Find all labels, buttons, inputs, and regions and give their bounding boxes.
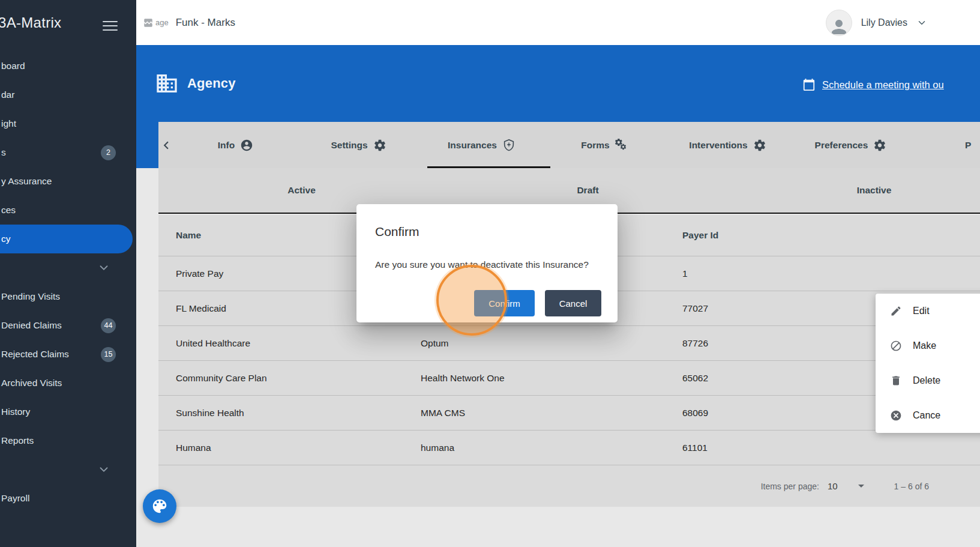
sidebar-item-rejected-claims[interactable]: Rejected Claims 15 [0,340,136,369]
topbar: age Funk - Marks Lily Davies [136,0,980,45]
section-title: Agency [187,76,236,91]
sidebar-section-chevron[interactable] [0,253,136,282]
sidebar-item-reports[interactable]: Reports [0,426,136,455]
menu-item-cance[interactable]: Cance [876,398,980,433]
sidebar-item-y-assurance[interactable]: y Assurance [0,167,136,196]
schedule-meeting-link[interactable]: Schedule a meeting with ou [802,78,944,91]
trash-icon [890,375,902,387]
sidebar-item-archived-visits[interactable]: Archived Visits [0,369,136,397]
shield-icon [502,139,516,152]
logo-alt-text: age [155,18,169,27]
tab-preferences[interactable]: Preferences [789,122,912,168]
sidebar-item-badge: 44 [101,318,116,333]
agency-heading: Agency [155,71,236,95]
page-title: Funk - Marks [176,17,235,29]
cell-payer-id: 1 [682,268,980,279]
menu-item-label: Cance [913,410,940,421]
chevron-down-icon [97,261,110,274]
sidebar-item-payroll[interactable]: Payroll [0,484,136,513]
sidebar-item-label: dar [0,89,14,100]
tab-label: Settings [331,140,367,151]
items-per-page-select[interactable]: 10 [828,481,864,491]
sidebar-item-label: Denied Claims [0,320,62,331]
tab-settings[interactable]: Settings [297,122,420,168]
caret-down-icon [858,485,864,488]
table-row[interactable]: United Healthcare Optum 87726 [158,325,980,360]
sidebar-item-ces[interactable]: ces [0,196,136,225]
cancel-icon [890,409,902,422]
gear-icon [753,139,766,152]
tab-interventions[interactable]: Interventions [666,122,789,168]
sidebar: 3A-Matrix board dar ight s 2 y Assurance… [0,0,136,547]
chevron-down-icon [916,17,927,28]
row-context-menu: Edit Make Delete Cance [876,294,980,433]
confirm-dialog: Confirm Are you sure you want to deactiv… [356,204,618,322]
sidebar-item-label: Rejected Claims [0,349,69,360]
column-header-payer-id: Payer Id [682,230,980,241]
tab-label: P [965,140,971,151]
cell-name: United Healthcare [158,338,421,349]
menu-item-label: Edit [913,306,930,316]
tab-bar: Info Settings Insurances Forms Intervent… [158,122,980,168]
tab-p[interactable]: P [912,122,980,168]
items-per-page-label: Items per page: [761,482,819,491]
tab-label: Preferences [815,140,868,151]
tabs-back-chevron[interactable] [158,122,174,168]
broken-logo-image: age [143,17,169,28]
menu-item-delete[interactable]: Delete [876,363,980,398]
person-icon [240,139,253,152]
menu-item-label: Delete [913,375,940,386]
paginator-range: 1 – 6 of 6 [894,482,929,491]
agency-building-icon [155,71,179,95]
sidebar-item-cy[interactable]: cy [0,225,133,253]
sidebar-item-label: Reports [0,435,34,446]
table-row[interactable]: Humana humana 61101 [158,430,980,465]
block-icon [890,340,902,352]
sidebar-item-label: ces [0,205,16,216]
tab-label: Forms [581,140,609,151]
user-menu[interactable]: Lily Davies [826,0,927,45]
app-root: Agency Schedule a meeting with ou age Fu… [0,0,980,547]
sidebar-item-history[interactable]: History [0,397,136,426]
sidebar-item-dar[interactable]: dar [0,80,136,109]
table-row[interactable]: Sunshine Health MMA CMS 68069 [158,395,980,430]
sidebar-item-pending-visits[interactable]: Pending Visits [0,282,136,311]
table-row[interactable]: Community Care Plan Health Network One 6… [158,360,980,395]
pencil-icon [890,305,902,317]
sidebar-item-label: y Assurance [0,176,52,187]
calendar-icon [802,78,816,91]
cell-name: Community Care Plan [158,373,421,384]
paginator: Items per page: 10 1 – 6 of 6 [158,465,980,507]
dialog-title: Confirm [375,225,419,239]
confirm-button[interactable]: Confirm [474,290,535,316]
sidebar-item-badge: 2 [101,145,116,160]
sidebar-item-label: s [0,147,6,158]
subtab-inactive[interactable]: Inactive [731,168,980,213]
sidebar-item-denied-claims[interactable]: Denied Claims 44 [0,311,136,340]
menu-icon[interactable] [103,18,118,34]
tab-forms[interactable]: Forms [543,122,666,168]
tab-insurances[interactable]: Insurances [420,122,543,168]
sidebar-item-label: board [0,61,25,71]
tab-label: Interventions [689,140,747,151]
sidebar-section-chevron[interactable] [0,455,136,484]
theme-widget-fab[interactable] [143,489,176,523]
cancel-button[interactable]: Cancel [545,290,601,316]
sidebar-item-board[interactable]: board [0,52,136,80]
cell-payer-id: 61101 [682,443,980,453]
sidebar-item-label: ight [0,118,16,129]
sidebar-item-label: Payroll [0,493,29,504]
tab-info[interactable]: Info [174,122,297,168]
menu-item-make[interactable]: Make [876,328,980,363]
cell-middle: Optum [421,338,682,349]
avatar [826,10,852,36]
items-per-page-value: 10 [828,481,838,491]
gear-icon [373,139,386,152]
palette-icon [151,497,169,515]
sidebar-item-ight[interactable]: ight [0,109,136,138]
brand-title: 3A-Matrix [0,14,61,31]
tab-label: Insurances [448,140,497,151]
menu-item-edit[interactable]: Edit [876,294,980,328]
sidebar-item-s[interactable]: s 2 [0,138,136,167]
menu-item-label: Make [913,340,936,351]
